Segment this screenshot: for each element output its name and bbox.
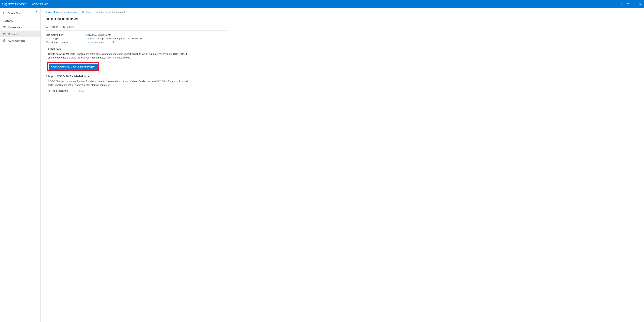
trash-icon	[62, 25, 66, 28]
refresh-button[interactable]: Refresh	[46, 25, 58, 28]
refresh-label: Refresh	[50, 25, 58, 28]
breadcrumb-link[interactable]: Vision Studio	[46, 11, 60, 13]
top-bar-title: Cognitive Services | Vision Studio	[2, 3, 48, 6]
label-data-heading: 1. Label data	[46, 48, 227, 51]
external-link-icon[interactable]	[112, 41, 114, 43]
breadcrumb-sep: ›	[106, 11, 107, 13]
sidebar-item-home[interactable]: Vision Studio	[0, 10, 40, 17]
svg-rect-6	[4, 26, 5, 27]
breadcrumb-link[interactable]: Contoso	[82, 11, 91, 13]
blob-container-label: Blob storage container	[46, 41, 86, 44]
highlighted-annotation: Create Azure ML Data Labeling Project	[47, 62, 99, 71]
sidebar-item-datasets[interactable]: Datasets	[0, 31, 40, 37]
svg-point-1	[628, 5, 628, 5]
dataset-type-label: Dataset type	[46, 37, 86, 40]
sidebar-item-label: Custom models	[8, 39, 25, 42]
toolbar: Refresh Delete	[46, 25, 227, 31]
breadcrumb-current: contosodataset	[108, 11, 125, 13]
import-coco-description: COCO files are the required format for l…	[46, 80, 190, 87]
sidebar-item-label: Datasets	[8, 33, 18, 35]
trash-icon	[72, 89, 75, 92]
create-labeling-project-button[interactable]: Create Azure ML Data Labeling Project	[49, 64, 98, 70]
breadcrumb-sep: ›	[80, 11, 80, 13]
svg-rect-7	[5, 26, 6, 27]
sidebar-home-label: Vision Studio	[8, 12, 22, 15]
page-title: contosodataset	[46, 16, 227, 21]
main-content: Vision Studio › My resources › Contoso ›…	[40, 8, 644, 322]
settings-icon[interactable]	[620, 3, 624, 6]
help-icon[interactable]	[626, 3, 630, 6]
brand-name: Cognitive Services	[2, 3, 26, 6]
deployments-icon	[3, 26, 6, 29]
top-bar: Cognitive Services | Vision Studio	[0, 0, 644, 8]
top-bar-actions	[620, 3, 642, 6]
breadcrumb: Vision Studio › My resources › Contoso ›…	[46, 11, 227, 13]
label-data-section: 1. Label data Create an Azure ML Data La…	[46, 48, 227, 71]
import-coco-section: 2. Import COCO file for labeled data COC…	[46, 75, 227, 94]
feedback-smiley-icon[interactable]	[638, 3, 642, 6]
add-coco-file-button[interactable]: Add COCO file	[48, 89, 68, 92]
breadcrumb-link[interactable]: Datasets	[95, 11, 104, 13]
add-coco-label: Add COCO file	[52, 90, 68, 92]
datasets-icon	[3, 33, 6, 35]
sidebar: Vision Studio Contoso Deployments Datase…	[0, 8, 40, 322]
label-data-description: Create an Azure ML Data Labeling project…	[46, 52, 190, 60]
collapse-sidebar-icon[interactable]	[35, 11, 38, 14]
svg-point-3	[640, 4, 640, 4]
delete-coco-label: Delete	[77, 90, 84, 92]
delete-label: Delete	[67, 25, 74, 28]
plus-icon	[48, 89, 51, 92]
dataset-metadata: Last modified on 2/21/2023, 11:53:15 AM …	[46, 34, 227, 44]
chevron-down-icon[interactable]	[632, 3, 636, 6]
last-modified-value: 2/21/2023, 11:53:15 AM	[86, 34, 111, 36]
custom-models-icon	[3, 39, 6, 42]
svg-point-0	[622, 4, 622, 5]
sidebar-resource-title: Contoso	[0, 17, 40, 24]
title-divider: |	[28, 3, 29, 6]
breadcrumb-link[interactable]: My resources	[64, 11, 78, 13]
coco-action-row: Add COCO file Delete	[46, 89, 225, 94]
home-icon	[3, 12, 6, 15]
svg-rect-5	[3, 26, 4, 27]
svg-point-2	[639, 3, 642, 5]
sidebar-item-label: Deployments	[8, 26, 22, 29]
breadcrumb-sep: ›	[92, 11, 93, 13]
last-modified-label: Last modified on	[46, 34, 86, 36]
refresh-icon	[46, 25, 48, 28]
blob-container-link[interactable]: contosocontainer	[86, 41, 104, 44]
product-name: Vision Studio	[32, 3, 48, 6]
svg-point-4	[640, 4, 641, 4]
breadcrumb-sep: ›	[61, 11, 62, 13]
delete-button[interactable]: Delete	[62, 25, 74, 28]
sidebar-item-deployments[interactable]: Deployments	[0, 24, 40, 31]
svg-point-8	[3, 33, 5, 34]
dataset-type-value: Multi-class image classification (single…	[86, 37, 142, 40]
import-coco-heading: 2. Import COCO file for labeled data	[46, 75, 227, 78]
delete-coco-button: Delete	[72, 89, 84, 92]
sidebar-item-custom-models[interactable]: Custom models	[0, 37, 40, 44]
